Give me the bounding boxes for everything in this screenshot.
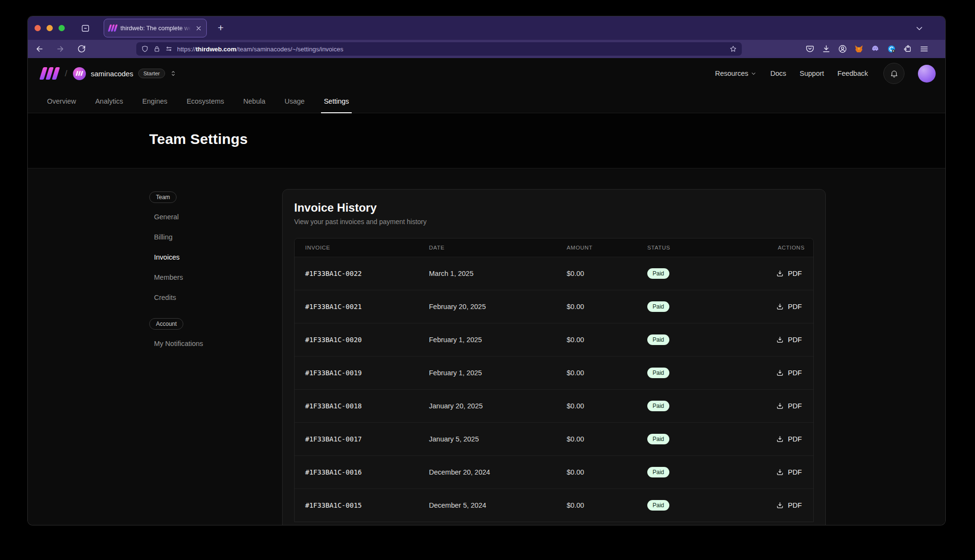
close-window-button[interactable] [35, 25, 41, 31]
invoice-table-body: #1F33BA1C-0022March 1, 2025$0.00PaidPDF#… [295, 257, 813, 522]
url-text: https://thirdweb.com/team/saminacodes/~/… [177, 46, 725, 53]
status-badge: Paid [647, 500, 669, 511]
sidebar-item-invoices[interactable]: Invoices [149, 247, 262, 267]
tab-title: thirdweb: The complete web3 d [120, 25, 191, 32]
tab-ecosystems[interactable]: Ecosystems [186, 97, 225, 113]
thirdweb-logo[interactable] [41, 67, 58, 80]
blue-circle-extension-icon[interactable] [887, 44, 896, 54]
tab-nebula[interactable]: Nebula [242, 97, 266, 113]
header-link-feedback[interactable]: Feedback [837, 70, 868, 77]
team-name[interactable]: saminacodes [91, 70, 133, 78]
menu-hamburger-icon[interactable] [919, 44, 929, 54]
tracking-protection-shield-icon[interactable] [141, 45, 149, 53]
download-pdf-button[interactable]: PDF [773, 332, 805, 348]
thirdweb-favicon [109, 24, 117, 32]
sidebar-item-my-notifications[interactable]: My Notifications [149, 334, 262, 354]
invoice-amount: $0.00 [567, 501, 584, 509]
site-header: / saminacodes Starter ResourcesDocsSuppo… [28, 58, 945, 89]
header-links: ResourcesDocsSupportFeedback [715, 63, 936, 84]
status-badge: Paid [647, 268, 669, 279]
settings-sidebar: TeamGeneralBillingInvoicesMembersCredits… [149, 191, 262, 354]
page-title-band: Team Settings [28, 113, 945, 168]
invoice-amount: $0.00 [567, 336, 584, 344]
header-link-docs[interactable]: Docs [770, 70, 786, 77]
pdf-button-label: PDF [788, 270, 802, 277]
sidebar-item-billing[interactable]: Billing [149, 227, 262, 247]
url-bar[interactable]: https://thirdweb.com/team/saminacodes/~/… [136, 42, 742, 56]
minimize-window-button[interactable] [47, 25, 53, 31]
downloads-icon[interactable] [821, 44, 831, 54]
invoice-date: February 1, 2025 [429, 336, 482, 344]
table-row: #1F33BA1C-0017January 5, 2025$0.00PaidPD… [295, 422, 813, 455]
bookmark-star-icon[interactable] [729, 45, 737, 53]
invoice-amount: $0.00 [567, 369, 584, 377]
plan-badge: Starter [138, 69, 166, 78]
status-badge: Paid [647, 467, 669, 477]
pdf-button-label: PDF [788, 468, 802, 476]
site-nav-tabs: OverviewAnalyticsEnginesEcosystemsNebula… [28, 89, 945, 113]
tab-usage[interactable]: Usage [284, 97, 306, 113]
back-icon[interactable] [35, 44, 44, 54]
tab-settings[interactable]: Settings [323, 97, 350, 113]
header-link-resources[interactable]: Resources [715, 70, 757, 77]
tab-analytics[interactable]: Analytics [94, 97, 124, 113]
invoice-table-header: INVOICEDATEAMOUNTSTATUSACTIONS [295, 238, 813, 257]
page-title: Team Settings [149, 131, 945, 147]
invoice-amount: $0.00 [567, 270, 584, 277]
invoice-id: #1F33BA1C-0018 [305, 402, 362, 410]
zoom-window-button[interactable] [59, 25, 65, 31]
sidebar-item-credits[interactable]: Credits [149, 287, 262, 308]
sidebar-group-account: AccountMy Notifications [149, 318, 262, 354]
list-all-tabs-icon[interactable] [915, 24, 924, 33]
team-switcher-icon[interactable] [169, 70, 177, 77]
sidebar-item-members[interactable]: Members [149, 267, 262, 287]
https-lock-icon[interactable] [153, 45, 161, 53]
status-badge: Paid [647, 334, 669, 345]
column-header-status: STATUS [647, 245, 741, 250]
download-pdf-button[interactable]: PDF [773, 465, 805, 480]
macos-traffic-lights [35, 25, 65, 31]
download-pdf-button[interactable]: PDF [773, 498, 805, 513]
breadcrumb-separator: / [65, 68, 67, 79]
download-icon [776, 336, 784, 344]
new-tab-button[interactable]: + [215, 22, 226, 34]
user-avatar[interactable] [918, 65, 936, 83]
reload-icon[interactable] [77, 44, 86, 54]
status-badge: Paid [647, 301, 669, 312]
site-permissions-icon[interactable] [165, 45, 173, 53]
invoice-date: December 20, 2024 [429, 468, 490, 476]
phantom-extension-icon[interactable] [870, 44, 880, 54]
invoice-amount: $0.00 [567, 303, 584, 310]
tab-overview[interactable]: Overview [46, 97, 77, 113]
sidebar-item-general[interactable]: General [149, 207, 262, 227]
account-icon[interactable] [838, 44, 847, 54]
firefox-view-icon[interactable] [81, 24, 90, 33]
pdf-button-label: PDF [788, 303, 802, 310]
invoice-history-card: Invoice History View your past invoices … [282, 189, 826, 525]
column-header-date: DATE [429, 245, 567, 250]
invoice-date: January 5, 2025 [429, 435, 479, 443]
close-tab-icon[interactable] [195, 24, 202, 32]
browser-toolbar: https://thirdweb.com/team/saminacodes/~/… [28, 40, 945, 58]
pocket-icon[interactable] [805, 44, 815, 54]
download-icon [776, 303, 784, 311]
download-pdf-button[interactable]: PDF [773, 266, 805, 282]
download-icon [776, 435, 784, 443]
settings-body: TeamGeneralBillingInvoicesMembersCredits… [28, 168, 945, 525]
tab-engines[interactable]: Engines [141, 97, 168, 113]
download-pdf-button[interactable]: PDF [773, 365, 805, 381]
download-icon [776, 402, 784, 410]
header-link-support[interactable]: Support [800, 70, 824, 77]
forward-icon[interactable] [56, 44, 65, 54]
download-pdf-button[interactable]: PDF [773, 299, 805, 315]
browser-tab-active[interactable]: thirdweb: The complete web3 d [104, 19, 207, 37]
metamask-extension-icon[interactable] [854, 44, 864, 54]
invoice-date: February 1, 2025 [429, 369, 482, 377]
team-avatar[interactable] [73, 67, 86, 80]
notifications-bell-button[interactable] [883, 63, 904, 84]
download-pdf-button[interactable]: PDF [773, 431, 805, 447]
invoice-id: #1F33BA1C-0021 [305, 303, 362, 310]
extensions-puzzle-icon[interactable] [903, 44, 913, 54]
download-pdf-button[interactable]: PDF [773, 398, 805, 414]
table-row: #1F33BA1C-0015December 5, 2024$0.00PaidP… [295, 489, 813, 522]
